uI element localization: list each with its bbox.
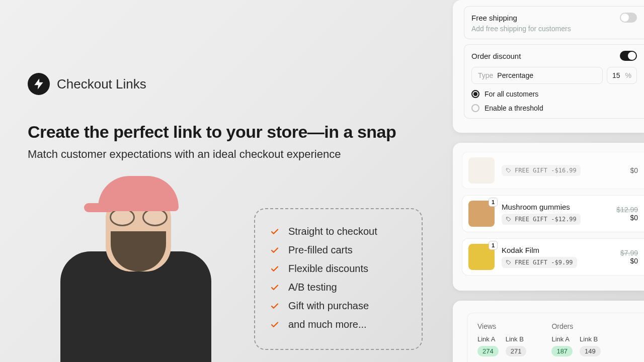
free-shipping-label: Free shipping <box>471 14 517 22</box>
orders-link-b-label: Link B <box>580 335 598 343</box>
tag-icon <box>506 216 512 222</box>
discount-amount-input[interactable]: 15 % <box>607 67 637 84</box>
item-new-price: $0 <box>616 214 638 222</box>
radio-icon <box>471 90 479 98</box>
orders-link-a-value: 187 <box>551 346 573 356</box>
feature-list: Straight to checkout Pre-filled carts Fl… <box>254 208 423 350</box>
discount-amount-unit: % <box>625 71 631 79</box>
item-prices: $7.99$0 <box>620 249 638 265</box>
item-thumbnail: 1 <box>468 201 495 227</box>
item-new-price: $0 <box>620 257 638 265</box>
check-icon <box>270 302 279 311</box>
tag-icon <box>506 259 512 265</box>
views-column: Views Link A 274 Link B 271 <box>477 322 526 356</box>
bolt-icon <box>28 73 50 95</box>
brand-name: Checkout Links <box>57 76 146 92</box>
discount-amount-value: 15 <box>612 71 620 79</box>
settings-card: Free shipping Add free shipping for cust… <box>453 0 644 133</box>
radio-all-customers[interactable]: For all customers <box>471 90 637 98</box>
free-gift-badge: FREE GIFT -$16.99 <box>502 165 581 176</box>
feature-item: Straight to checkout <box>270 222 407 241</box>
views-title: Views <box>477 322 526 330</box>
feature-item: Flexible discounts <box>270 259 407 278</box>
order-discount-toggle[interactable] <box>620 51 637 61</box>
radio-enable-threshold[interactable]: Enable a threshold <box>471 104 637 112</box>
check-icon <box>270 283 279 292</box>
gift-item-row: 1Mushroom gummiesFREE GIFT -$12.99$12.99… <box>462 195 644 232</box>
radio-label: For all customers <box>485 90 538 98</box>
item-new-price: $0 <box>630 166 638 174</box>
item-thumbnail <box>468 157 495 184</box>
feature-item: and much more... <box>270 315 407 334</box>
order-discount-label: Order discount <box>471 52 521 60</box>
feature-label: Gift with purchase <box>288 300 369 312</box>
item-old-price: $7.99 <box>620 249 638 257</box>
free-gift-badge: FREE GIFT -$9.99 <box>502 257 577 268</box>
discount-type-select[interactable]: Type Percentage <box>471 67 603 84</box>
free-shipping-sub: Add free shipping for customers <box>471 25 637 33</box>
item-prices: $12.99$0 <box>616 206 638 222</box>
gift-item-row: FREE GIFT -$16.99$0 <box>462 152 644 189</box>
brand-row: Checkout Links <box>28 73 410 95</box>
svg-point-2 <box>507 261 508 261</box>
orders-title: Orders <box>551 322 600 330</box>
item-old-price: $12.99 <box>616 206 638 214</box>
free-shipping-toggle[interactable] <box>620 13 637 23</box>
feature-label: Straight to checkout <box>288 226 377 237</box>
svg-point-1 <box>507 218 508 218</box>
item-name: Kodak Film <box>502 246 613 254</box>
page-subtitle: Match customer expectations with an idea… <box>28 148 410 161</box>
views-link-a-value: 274 <box>477 346 499 356</box>
item-name: Mushroom gummies <box>502 203 609 211</box>
feature-item: Pre-filled carts <box>270 241 407 259</box>
views-link-b-label: Link B <box>506 335 524 343</box>
check-icon <box>270 246 279 255</box>
views-link-a-label: Link A <box>477 335 495 343</box>
feature-label: Flexible discounts <box>288 263 368 275</box>
orders-link-a-label: Link A <box>551 335 569 343</box>
ab-stats-card: Views Link A 274 Link B 271 Orders L <box>453 301 644 362</box>
radio-icon <box>471 104 479 112</box>
feature-item: A/B testing <box>270 278 407 297</box>
item-qty-badge: 1 <box>489 241 498 250</box>
feature-label: A/B testing <box>288 282 337 293</box>
feature-label: Pre-filled carts <box>288 244 353 256</box>
check-icon <box>270 320 279 329</box>
item-thumbnail: 1 <box>468 244 495 270</box>
page-title: Create the perfect link to your store—in… <box>28 122 410 142</box>
feature-label: and much more... <box>288 319 367 330</box>
orders-column: Orders Link A 187 Link B 149 <box>551 322 600 356</box>
radio-label: Enable a threshold <box>485 104 543 112</box>
gift-item-row: 1Kodak FilmFREE GIFT -$9.99$7.99$0 <box>462 238 644 276</box>
orders-link-b-value: 149 <box>580 346 601 356</box>
svg-point-0 <box>507 169 508 169</box>
discount-type-value: Percentage <box>497 71 533 79</box>
views-link-b-value: 271 <box>506 346 527 356</box>
check-icon <box>270 227 279 236</box>
tag-icon <box>506 167 512 173</box>
presenter-photo <box>50 176 221 362</box>
feature-item: Gift with purchase <box>270 297 407 315</box>
discount-type-prefix: Type <box>478 71 493 79</box>
free-shipping-setting: Free shipping Add free shipping for cust… <box>464 6 644 39</box>
order-discount-setting: Order discount Type Percentage 15 % For … <box>464 44 644 119</box>
gift-items-card: FREE GIFT -$16.99$01Mushroom gummiesFREE… <box>453 143 644 291</box>
free-gift-badge: FREE GIFT -$12.99 <box>502 214 581 225</box>
check-icon <box>270 264 279 274</box>
item-qty-badge: 1 <box>489 198 498 207</box>
item-prices: $0 <box>630 166 638 174</box>
